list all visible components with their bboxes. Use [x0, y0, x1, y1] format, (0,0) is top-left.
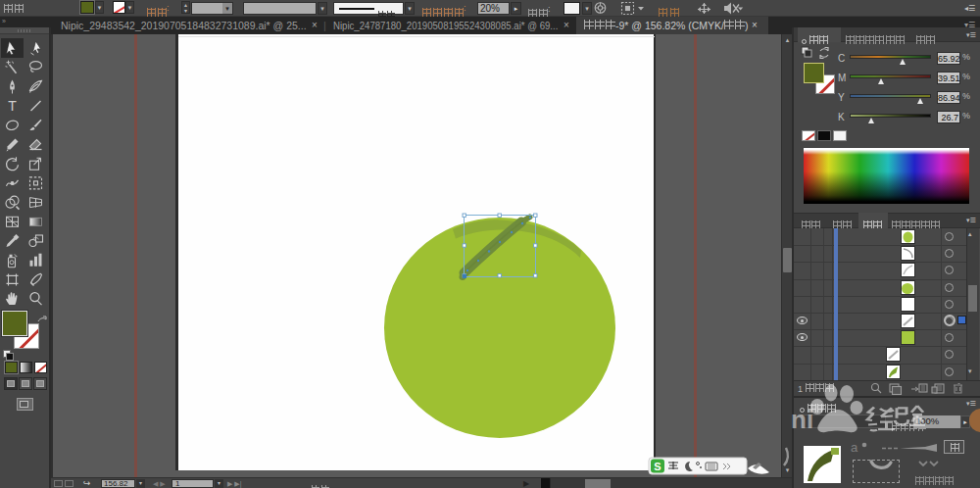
svg-text:S: S — [654, 461, 661, 472]
svg-text:ni: ni — [791, 405, 813, 434]
svg-text:T: T — [8, 98, 17, 114]
svg-text:a: a — [851, 440, 858, 455]
